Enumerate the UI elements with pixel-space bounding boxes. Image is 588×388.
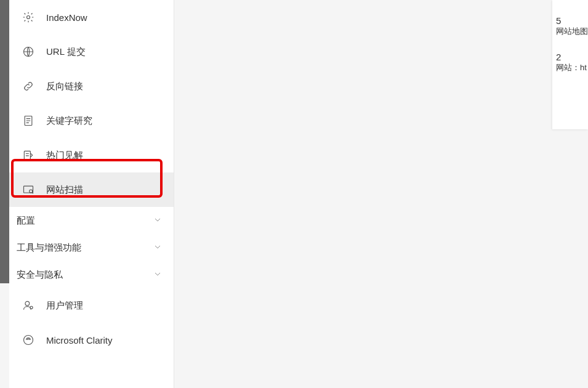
sidebar: IndexNow URL 提交 反向链接 关键字研究 热门见解 网站扫描 配置 — [9, 0, 174, 388]
svg-rect-3 — [24, 151, 30, 159]
sidebar-item-url-submit[interactable]: URL 提交 — [9, 34, 174, 69]
globe-icon — [22, 45, 35, 59]
document-icon — [22, 114, 35, 127]
info-entry: 2 网站：ht — [556, 52, 588, 73]
svg-point-6 — [25, 301, 30, 305]
section-label: 工具与增强功能 — [17, 242, 81, 254]
section-security[interactable]: 安全与隐私 — [9, 261, 174, 288]
svg-point-5 — [30, 190, 33, 193]
clarity-icon — [22, 333, 35, 347]
sidebar-item-indexnow[interactable]: IndexNow — [9, 0, 174, 34]
sidebar-item-label: 网站扫描 — [46, 184, 83, 196]
sidebar-item-insights[interactable]: 热门见解 — [9, 138, 174, 172]
chevron-down-icon — [153, 269, 163, 281]
info-label: 网站地图 — [556, 26, 588, 37]
sidebar-item-clarity[interactable]: Microsoft Clarity — [9, 323, 174, 357]
sidebar-item-backlinks[interactable]: 反向链接 — [9, 69, 174, 103]
sidebar-item-label: 用户管理 — [46, 300, 83, 312]
section-tools[interactable]: 工具与增强功能 — [9, 234, 174, 261]
section-label: 安全与隐私 — [17, 269, 63, 281]
sidebar-item-label: 热门见解 — [46, 150, 83, 161]
sidebar-item-label: 反向链接 — [46, 81, 83, 92]
main-content: 5 网站地图 2 网站：ht — [174, 0, 588, 388]
section-config[interactable]: 配置 — [9, 207, 174, 234]
gear-icon — [22, 10, 35, 24]
sidebar-item-label: IndexNow — [46, 12, 87, 23]
svg-point-0 — [27, 16, 30, 19]
info-entry: 5 网站地图 — [556, 15, 588, 37]
right-info-card: 5 网站地图 2 网站：ht — [552, 0, 588, 129]
window-edge — [0, 0, 9, 283]
link-icon — [22, 79, 35, 93]
sidebar-item-user-management[interactable]: 用户管理 — [9, 288, 174, 323]
chevron-down-icon — [153, 215, 163, 227]
insights-icon — [22, 148, 35, 162]
chevron-down-icon — [153, 242, 163, 254]
sidebar-item-keyword-research[interactable]: 关键字研究 — [9, 103, 174, 138]
scan-icon — [22, 183, 35, 196]
info-count: 2 — [556, 52, 588, 62]
section-label: 配置 — [17, 215, 35, 227]
sidebar-item-site-scan[interactable]: 网站扫描 — [9, 172, 174, 207]
sidebar-item-label: Microsoft Clarity — [46, 335, 113, 346]
svg-point-8 — [24, 336, 33, 345]
info-label: 网站：ht — [556, 62, 588, 73]
user-settings-icon — [22, 299, 35, 312]
sidebar-item-label: URL 提交 — [46, 46, 86, 58]
sidebar-item-label: 关键字研究 — [46, 115, 92, 127]
svg-rect-4 — [24, 186, 33, 193]
info-count: 5 — [556, 15, 588, 26]
